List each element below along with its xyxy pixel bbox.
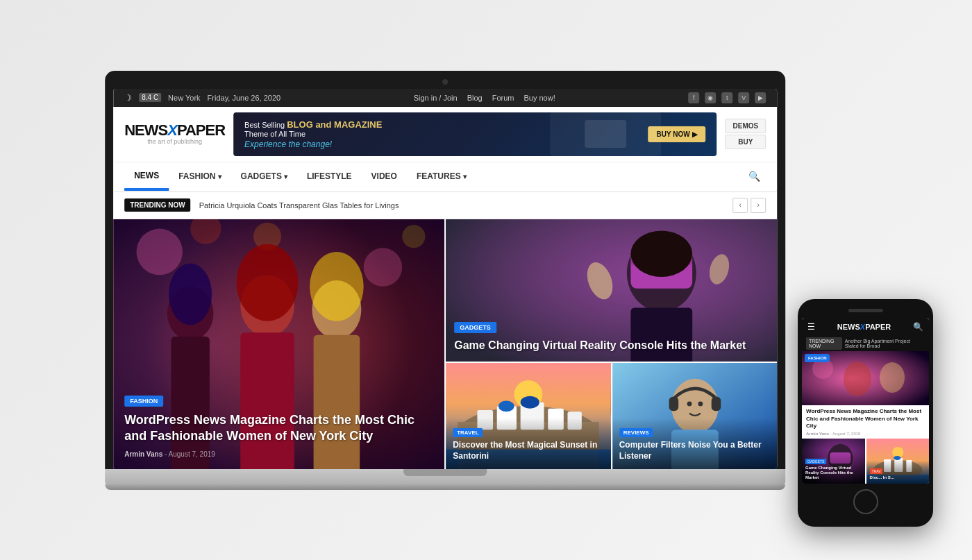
article-travel[interactable]: TRAVEL Discover the Most Magical Sunset … [446,363,611,469]
laptop-base [105,469,785,484]
moon-icon: ☽ [124,93,132,103]
nav-item-features[interactable]: FEATURES▾ [407,163,476,189]
svg-point-49 [844,362,871,396]
travel-title: Discover the Most Magical Sunset in Sant… [453,440,604,461]
trending-nav: ‹ › [732,198,766,213]
navigation: NEWS FASHION▾ GADGETS▾ LIFESTYLE VIDEO [113,162,777,192]
laptop: ☽ 8.4 C New York Friday, June 26, 2020 S… [105,71,785,490]
demos-button[interactable]: DEMOS [726,119,766,133]
instagram-icon[interactable]: ◉ [705,92,716,103]
phone-article-travel[interactable]: TRAV Disc... In S... [866,439,930,484]
vimeo-icon[interactable]: V [738,92,749,103]
logo-subtitle: the art of publishing [147,138,202,145]
reviews-overlay: REVIEWS Computer Filters Noise You a Bet… [612,418,777,468]
phone-hamburger-icon[interactable]: ☰ [807,322,815,332]
svg-point-6 [402,225,425,248]
facebook-icon[interactable]: f [688,92,699,103]
hero-overlay: FASHION WordPress News Magazine Charts t… [113,382,444,469]
article-vr[interactable]: GADGETS Game Changing Virtual Reality Co… [446,219,777,362]
hero-author: Armin Vans [124,450,162,458]
article-reviews[interactable]: REVIEWS Computer Filters Noise You a Bet… [612,363,777,469]
phone-vr-tag: GADGETS [805,459,826,464]
svg-point-44 [687,401,692,406]
reviews-tag: REVIEWS [619,428,653,437]
phone-screen: ☰ NEWSXPAPER 🔍 TRENDING NOW Another Big … [802,318,929,483]
svg-point-50 [880,362,905,393]
twitter-icon[interactable]: t [721,92,732,103]
phone-hero-article[interactable]: FASHION [802,351,929,405]
svg-rect-41 [669,396,678,410]
logo-wrap: NEWSXPAPER the art of publishing [124,123,225,145]
gadgets-arrow: ▾ [284,173,287,180]
travel-tag: TRAVEL [453,428,483,437]
phone-vr-title: Game Changing Virtual Reality Console Hi… [805,466,862,481]
forum-link[interactable]: Forum [492,94,514,102]
phone-home-button[interactable] [853,489,878,514]
right-column: GADGETS Game Changing Virtual Reality Co… [446,219,777,469]
svg-point-15 [310,251,364,321]
travel-overlay: TRAVEL Discover the Most Magical Sunset … [446,418,611,468]
laptop-foot [105,484,785,490]
svg-point-3 [136,228,183,275]
svg-point-5 [364,248,402,286]
svg-point-62 [894,456,900,460]
nav-item-news[interactable]: NEWS [124,162,169,191]
buy-button[interactable]: BUY [726,135,766,149]
phone-hero-tag: FASHION [805,355,830,362]
bottom-row: TRAVEL Discover the Most Magical Sunset … [446,363,777,469]
nav-item-video[interactable]: VIDEO [362,163,407,189]
trending-prev-button[interactable]: ‹ [732,198,748,213]
reviews-title: Computer Filters Noise You a Better List… [619,440,770,461]
scene: ☽ 8.4 C New York Friday, June 26, 2020 S… [0,0,972,560]
nav-item-gadgets[interactable]: GADGETS▾ [231,163,297,189]
hero-meta: Armin Vans - August 7, 2019 [124,450,433,458]
hero-date: August 7, 2019 [169,450,215,458]
phone-travel-overlay: TRAV Disc... In S... [866,460,930,483]
trending-badge: TRENDING NOW [124,198,190,212]
fashion-arrow: ▾ [218,173,221,180]
trending-text: Patricia Urquiola Coats Transparent Glas… [199,201,725,210]
svg-point-45 [698,401,703,406]
phone-travel-title: Disc... In S... [870,475,926,480]
blog-link[interactable]: Blog [467,94,483,102]
phone-trending-text: Another Big Apartment Project Slated for… [845,339,925,348]
header: NEWSXPAPER the art of publishing Best Se… [113,107,777,162]
youtube-icon[interactable]: ▶ [755,92,766,103]
laptop-camera [442,79,448,85]
ad-banner[interactable]: Best Selling BLOG and MAGAZINE Theme of … [233,112,717,156]
phone-hero-info: WordPress News Magazine Charts the Most … [802,405,929,438]
phone-logo: NEWSXPAPER [837,323,891,331]
location-text: New York [168,94,200,102]
ad-text-block: Best Selling BLOG and MAGAZINE Theme of … [244,119,382,149]
phone-search-icon[interactable]: 🔍 [913,322,923,332]
site-logo[interactable]: NEWSXPAPER [124,123,225,138]
laptop-screen: ☽ 8.4 C New York Friday, June 26, 2020 S… [113,89,777,469]
vr-tag: GADGETS [454,322,496,333]
buynow-link[interactable]: Buy now! [523,94,555,102]
phone-trending-bar: TRENDING NOW Another Big Apartment Proje… [802,336,929,351]
trending-next-button[interactable]: › [751,198,766,213]
nav-item-fashion[interactable]: FASHION▾ [169,163,231,189]
phone-article-vr[interactable]: GADGETS Game Changing Virtual Reality Co… [802,439,865,484]
trending-bar: TRENDING NOW Patricia Urquiola Coats Tra… [113,192,777,219]
ad-decoration [551,112,662,156]
signin-link[interactable]: Sign in / Join [414,94,458,102]
date-text: Friday, June 26, 2020 [208,94,281,102]
search-icon[interactable]: 🔍 [743,165,766,187]
phone-travel-tag: TRAV [870,468,883,474]
phone-bottom-grid: GADGETS Game Changing Virtual Reality Co… [802,439,929,484]
logo-x: X [167,123,177,138]
phone-topbar: ☰ NEWSXPAPER 🔍 [802,318,929,336]
phone-outer: ☰ NEWSXPAPER 🔍 TRENDING NOW Another Big … [798,299,933,526]
phone-hero-title: WordPress News Magazine Charts the Most … [806,408,925,430]
hero-title: WordPress News Magazine Charts the Most … [124,412,433,445]
ad-text3: Theme of All Time [244,130,382,138]
top-bar-left: ☽ 8.4 C New York Friday, June 26, 2020 [124,93,280,103]
article-hero[interactable]: FASHION WordPress News Magazine Charts t… [113,219,444,469]
ad-text1: Best Selling BLOG and MAGAZINE [244,119,382,130]
logo-news: NEWS [124,123,167,138]
vr-overlay: GADGETS Game Changing Virtual Reality Co… [446,312,777,362]
features-arrow: ▾ [463,173,467,180]
nav-item-lifestyle[interactable]: LIFESTYLE [297,163,362,189]
vr-title: Game Changing Virtual Reality Console Hi… [454,339,769,353]
